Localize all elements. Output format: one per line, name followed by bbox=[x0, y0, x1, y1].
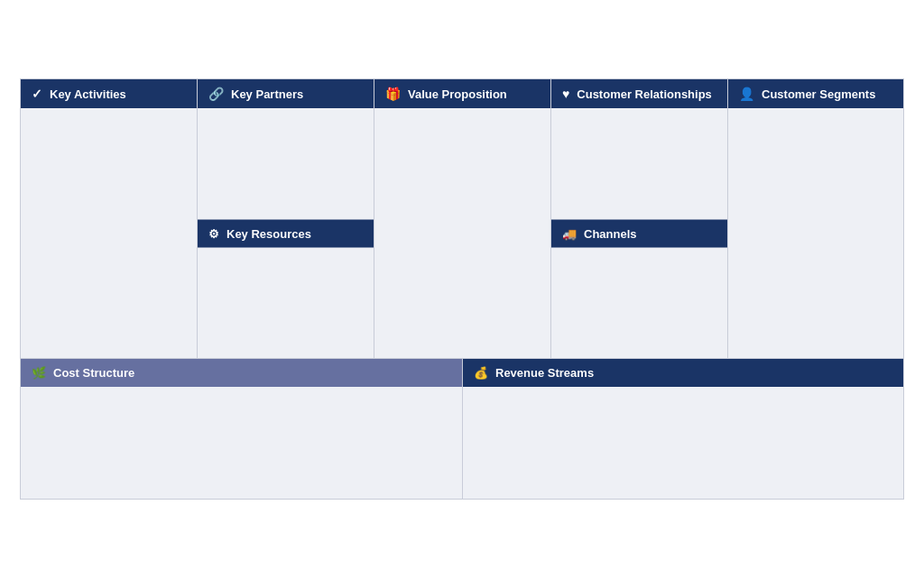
person-icon: 👤 bbox=[739, 87, 754, 101]
key-partners-header[interactable]: 🔗 Key Partners bbox=[198, 79, 374, 108]
key-activities-body[interactable] bbox=[21, 108, 197, 358]
customer-relationships-column: ♥ Customer Relationships 🚚 Channels bbox=[551, 79, 728, 358]
bmc-container: ✓ Key Activities 🔗 Key Partners ⚙ Key Re… bbox=[20, 78, 904, 500]
key-activities-column: ✓ Key Activities bbox=[21, 79, 198, 358]
leaf-icon: 🌿 bbox=[32, 366, 46, 380]
cost-structure-body[interactable] bbox=[21, 387, 462, 499]
key-partners-body[interactable]: ⚙ Key Resources bbox=[198, 108, 374, 358]
customer-relationships-body[interactable]: 🚚 Channels bbox=[551, 108, 727, 358]
revenue-streams-column: 💰 Revenue Streams bbox=[463, 359, 903, 499]
key-activities-header[interactable]: ✓ Key Activities bbox=[21, 79, 197, 108]
revenue-streams-header[interactable]: 💰 Revenue Streams bbox=[463, 359, 903, 387]
customer-relationships-header[interactable]: ♥ Customer Relationships bbox=[551, 79, 727, 108]
check-icon: ✓ bbox=[32, 87, 42, 101]
customer-segments-header[interactable]: 👤 Customer Segments bbox=[728, 79, 903, 108]
value-proposition-label: Value Proposition bbox=[408, 87, 507, 101]
link-icon: 🔗 bbox=[208, 87, 224, 101]
truck-icon: 🚚 bbox=[562, 226, 577, 240]
key-resources-header[interactable]: ⚙ Key Resources bbox=[198, 219, 374, 247]
money-icon: 💰 bbox=[474, 366, 488, 380]
top-section: ✓ Key Activities 🔗 Key Partners ⚙ Key Re… bbox=[21, 79, 903, 359]
channels-header[interactable]: 🚚 Channels bbox=[551, 219, 727, 247]
cost-structure-header[interactable]: 🌿 Cost Structure bbox=[21, 359, 462, 387]
heart-icon: ♥ bbox=[562, 87, 569, 101]
customer-segments-column: 👤 Customer Segments bbox=[728, 79, 903, 358]
value-proposition-column: 🎁 Value Proposition bbox=[374, 79, 551, 358]
channels-label: Channels bbox=[584, 226, 637, 240]
value-proposition-body[interactable] bbox=[374, 108, 550, 358]
cost-structure-column: 🌿 Cost Structure bbox=[21, 359, 463, 499]
key-partners-label: Key Partners bbox=[231, 87, 303, 101]
customer-relationships-label: Customer Relationships bbox=[577, 87, 712, 101]
gift-icon: 🎁 bbox=[385, 87, 401, 101]
key-resources-label: Key Resources bbox=[226, 226, 311, 240]
customer-segments-label: Customer Segments bbox=[762, 87, 875, 101]
bottom-section: 🌿 Cost Structure 💰 Revenue Streams bbox=[21, 359, 903, 499]
customer-segments-body[interactable] bbox=[728, 108, 903, 358]
revenue-streams-body[interactable] bbox=[463, 387, 903, 499]
canvas-wrapper: ✓ Key Activities 🔗 Key Partners ⚙ Key Re… bbox=[0, 0, 924, 578]
value-proposition-header[interactable]: 🎁 Value Proposition bbox=[374, 79, 550, 108]
revenue-streams-label: Revenue Streams bbox=[495, 366, 594, 380]
gear-icon: ⚙ bbox=[208, 226, 219, 240]
cost-structure-label: Cost Structure bbox=[53, 366, 134, 380]
key-partners-column: 🔗 Key Partners ⚙ Key Resources bbox=[198, 79, 374, 358]
key-activities-label: Key Activities bbox=[50, 87, 126, 101]
